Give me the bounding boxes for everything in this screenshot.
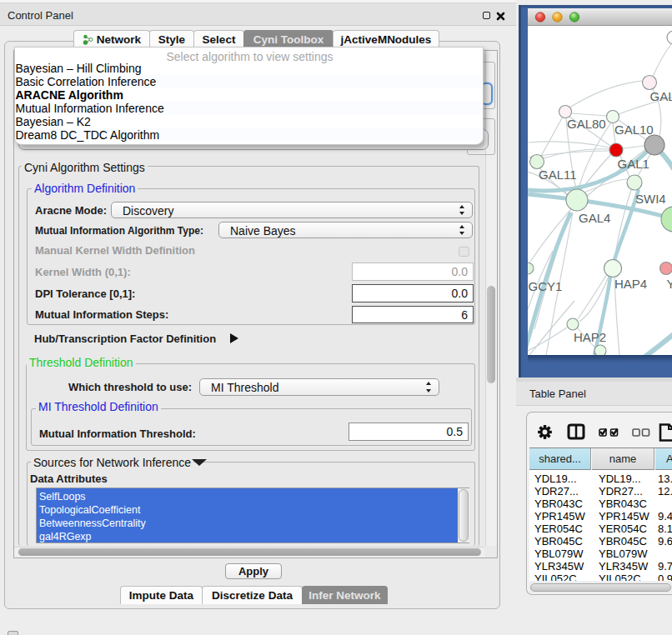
svg-text:GAL1: GAL1 [618,157,649,171]
svg-text:GAL80: GAL80 [567,117,606,131]
svg-text:GAL11: GAL11 [539,168,577,182]
svg-text:SWI4: SWI4 [635,192,666,206]
svg-text:HAP2: HAP2 [574,330,606,344]
svg-text:GAL10: GAL10 [614,122,654,137]
svg-text:HAP4: HAP4 [614,277,647,291]
svg-text:GAL4: GAL4 [579,211,610,225]
svg-text:GCY1: GCY1 [529,279,563,293]
svg-text:GAL2: GAL2 [650,89,672,103]
svg-text:Y: Y [667,277,672,291]
